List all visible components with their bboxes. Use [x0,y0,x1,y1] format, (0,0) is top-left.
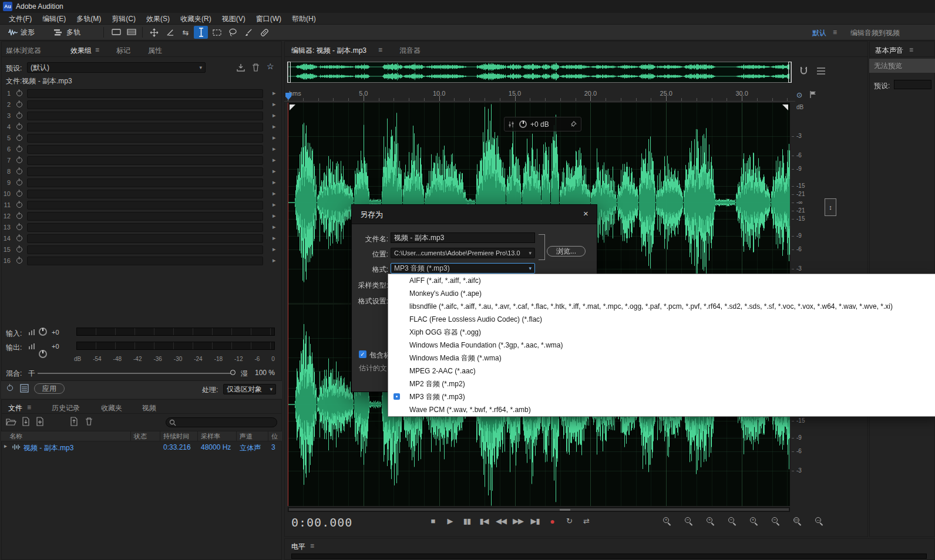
rack-effect-slot[interactable] [27,257,263,265]
rack-effect-slot[interactable] [27,89,263,98]
tab-files[interactable]: 文件 [8,403,22,413]
menu-item[interactable]: 编辑(E) [37,13,71,25]
rack-effect-slot[interactable] [27,123,263,131]
zoom-out-time-button[interactable]: − [728,517,738,527]
chevron-right-icon[interactable]: ▸ [273,100,276,108]
tab-favorites[interactable]: 收藏夹 [101,403,122,413]
column-header-bitdepth[interactable]: 位 [271,432,278,441]
file-name[interactable]: 视频 - 副本.mp3 [23,443,73,453]
chevron-right-icon[interactable]: ▸ [273,145,276,153]
transport-pause[interactable]: ▮▮ [459,515,475,528]
power-icon[interactable] [16,224,22,230]
expand-chevron-icon[interactable]: ▸ [4,443,7,449]
power-icon[interactable] [16,135,22,141]
chevron-right-icon[interactable]: ▸ [273,257,276,264]
transport-skip-to-end[interactable]: ▶▮ [527,515,543,528]
format-option[interactable]: MP2 音频 (*.mp2) [388,377,935,390]
process-combo[interactable]: 仅选区对象 ▾ [223,384,276,394]
chevron-right-icon[interactable]: ▸ [273,134,276,141]
zoom-full-button[interactable]: ↔ [815,517,825,527]
output-gain-knob[interactable] [39,350,47,358]
tab-mixer[interactable]: 混音器 [399,46,421,56]
rack-effect-slot[interactable] [27,234,263,243]
slip-tool-button[interactable]: ⇆ [179,26,193,39]
zoom-in-amplitude-button[interactable]: + [749,517,759,527]
fade-out-handle[interactable] [782,104,788,110]
format-option[interactable]: Monkey's Audio (*.ape) [388,287,935,300]
format-option[interactable]: Xiph OGG 容器 (*.ogg) [388,326,935,339]
time-selection-tool-button[interactable] [194,26,208,39]
input-gain-knob[interactable] [39,328,47,336]
mix-slider-track[interactable] [38,373,234,374]
rack-effect-slot[interactable] [27,223,263,232]
power-icon[interactable] [16,157,22,163]
rack-effect-slot[interactable] [27,178,263,187]
rack-effect-slot[interactable] [27,212,263,221]
panel-menu-icon[interactable]: ≡ [310,542,314,550]
location-combo[interactable]: C:\User...cuments\Adobe\Premiere Pro\13.… [391,248,535,258]
chevron-right-icon[interactable]: ▸ [273,178,276,186]
gain-hud[interactable]: +0 dB [504,117,581,131]
panel-menu-icon[interactable]: ≡ [909,46,913,54]
power-icon[interactable] [16,213,22,219]
magnet-icon[interactable] [799,66,809,76]
import-file-icon[interactable] [21,417,31,426]
tab-editor[interactable]: 编辑器: 视频 - 副本.mp3 [291,46,366,56]
menu-item[interactable]: 效果(S) [141,13,175,25]
pin-icon[interactable] [570,121,577,127]
menu-item[interactable]: 收藏夹(R) [175,13,217,25]
horizontal-scrollbar[interactable] [288,507,790,512]
dialog-title-bar[interactable]: 另存为 × [352,205,597,224]
rack-effect-slot[interactable] [27,112,263,120]
rack-effect-slot[interactable] [27,201,263,210]
menu-item[interactable]: 文件(F) [4,13,37,25]
chevron-right-icon[interactable]: ▸ [273,201,276,208]
rack-effect-slot[interactable] [27,167,263,176]
menu-item[interactable]: 帮助(H) [287,13,321,25]
include-markers-checkbox[interactable]: ✓ [359,350,366,358]
power-icon[interactable] [16,168,22,174]
tab-effects-rack[interactable]: 效果组 [70,46,92,56]
format-option[interactable]: libsndfile (*.aifc, *.aiff, *.au, *.avr,… [388,300,935,313]
chevron-right-icon[interactable]: ▸ [273,190,276,197]
time-display[interactable]: 0:00.000 [291,515,352,529]
overview-waveform-canvas[interactable] [288,62,789,81]
tab-history[interactable]: 历史记录 [52,403,80,413]
chevron-right-icon[interactable]: ▸ [273,234,276,242]
list-icon[interactable] [816,67,826,75]
format-option[interactable]: Windows Media Foundation (*.3gp, *.aac, … [388,339,935,352]
export-file-icon[interactable] [69,417,79,426]
razor-tool-button[interactable] [163,26,177,39]
format-combo[interactable]: MP3 音频 (*.mp3) ▾ [391,263,535,274]
format-option[interactable]: MPEG 2-AAC (*.aac) [388,365,935,377]
tab-video[interactable]: 视频 [142,403,156,413]
multitrack-view-button[interactable]: 多轨 [54,25,80,40]
format-option[interactable]: FLAC (Free Lossless Audio Codec) (*.flac… [388,313,935,326]
format-option[interactable]: AIFF (*.aif, *.aiff, *.aifc) [388,274,935,287]
paintbrush-selection-tool-button[interactable] [241,26,255,39]
tab-properties[interactable]: 属性 [148,46,162,56]
favorite-star-icon[interactable]: ☆ [267,62,274,71]
transport-skip-to-start[interactable]: ▮◀ [476,515,492,528]
power-icon[interactable] [16,258,22,264]
panel-menu-icon[interactable]: ≡ [27,403,31,411]
rack-effect-slot[interactable] [27,145,263,154]
chevron-right-icon[interactable]: ▸ [273,89,276,97]
chevron-right-icon[interactable]: ▸ [273,167,276,175]
column-header-channels[interactable]: 声道 [240,432,253,441]
tab-essential-sound[interactable]: 基本声音 [875,46,903,56]
chevron-right-icon[interactable]: ▸ [273,123,276,130]
waveform-overview[interactable] [288,62,791,83]
tab-markers[interactable]: 标记 [116,46,130,56]
spot-healing-brush-tool-button[interactable] [257,26,271,39]
tab-media-browser[interactable]: 媒体浏览器 [6,46,41,56]
menu-item[interactable]: 剪辑(C) [106,13,141,25]
column-header-name[interactable]: 名称 [9,432,22,441]
rack-effect-slot[interactable] [27,100,263,109]
transport-play[interactable]: ▶ [442,515,458,528]
chevron-right-icon[interactable]: ▸ [273,245,276,253]
mix-slider-thumb[interactable] [230,370,236,375]
power-icon[interactable] [16,90,22,96]
transport-stop[interactable]: ■ [425,515,440,528]
transport-record[interactable]: ● [544,515,560,528]
